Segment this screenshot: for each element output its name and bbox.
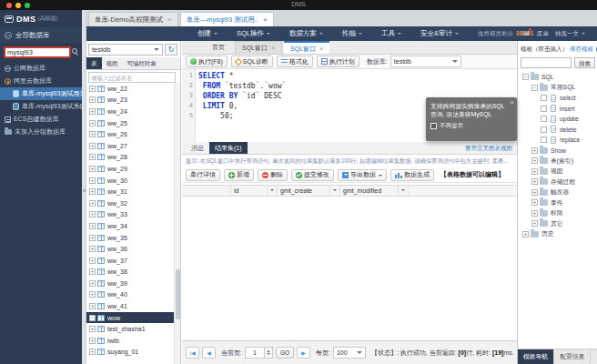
expander-icon[interactable] <box>541 106 547 112</box>
column-filter-button[interactable] <box>330 186 340 196</box>
table-row[interactable]: + ww_32 <box>86 197 174 209</box>
expander-icon[interactable]: + <box>89 268 96 275</box>
next-page-button[interactable]: ▶ <box>297 347 310 359</box>
table-row[interactable]: + ww_40 <box>86 289 174 301</box>
workorder-link[interactable]: 工单 <box>537 30 549 38</box>
expander-icon[interactable]: + <box>89 154 96 160</box>
refresh-button[interactable]: ↻ <box>165 44 177 56</box>
column-filter-button[interactable] <box>268 186 278 196</box>
table-row[interactable]: + ww_33 <box>86 209 174 221</box>
table-row[interactable]: + ww_24 <box>86 106 174 117</box>
result-tab-message[interactable]: 消息 <box>186 142 209 154</box>
row-detail-button[interactable]: 单行详情 <box>186 169 220 181</box>
per-page-select[interactable]: 100 <box>333 347 366 359</box>
template-tree-item[interactable]: + 触发器 <box>521 187 597 198</box>
table-row[interactable]: − wow <box>86 312 174 324</box>
save-template-link[interactable]: 保存模板 <box>570 46 593 54</box>
table-row[interactable]: + ww_31 <box>86 186 174 197</box>
expander-icon[interactable] <box>541 95 547 101</box>
table-row[interactable]: + ww_41 <box>86 300 174 312</box>
expander-icon[interactable]: − <box>522 74 529 80</box>
expander-icon[interactable]: + <box>89 211 96 217</box>
column-header[interactable]: gmt_modified <box>340 186 399 196</box>
instance-tree-item[interactable]: 未加入分组数据库 <box>0 126 82 138</box>
column-filter-button[interactable] <box>399 186 409 196</box>
table-filter-input[interactable] <box>88 72 176 83</box>
expander-icon[interactable]: + <box>89 108 96 115</box>
expander-icon[interactable]: + <box>531 210 538 217</box>
expander-icon[interactable]: + <box>89 338 96 344</box>
instance-tree-item[interactable]: 单库-mysql93测试用系统 <box>0 87 82 100</box>
expander-icon[interactable] <box>541 136 547 143</box>
column-header[interactable]: id <box>231 186 268 196</box>
expander-icon[interactable]: + <box>89 120 96 126</box>
expander-icon[interactable]: + <box>89 223 96 229</box>
expander-icon[interactable]: + <box>531 168 538 175</box>
template-tree-item[interactable]: + 历史 <box>521 229 597 240</box>
menu-item[interactable]: 创建 <box>197 29 218 38</box>
table-row[interactable]: + ww_39 <box>86 278 174 289</box>
close-icon[interactable]: × <box>271 45 275 51</box>
mail-icon[interactable]: ✉ <box>522 29 530 38</box>
table-list-scrollbar[interactable] <box>174 83 180 364</box>
close-icon[interactable]: × <box>319 46 323 52</box>
template-tree-item[interactable]: + 存储过程 <box>521 177 597 187</box>
expander-icon[interactable]: + <box>89 303 96 309</box>
result-grid-body[interactable] <box>182 197 517 339</box>
close-icon[interactable]: × <box>510 98 514 106</box>
user-menu[interactable]: 独孤一文 <box>555 30 585 38</box>
sql-window-tab[interactable]: SQL窗口× <box>284 41 329 54</box>
expander-icon[interactable]: + <box>531 147 538 154</box>
expander-icon[interactable]: + <box>89 96 96 103</box>
search-icon[interactable] <box>72 48 77 54</box>
sidebar-section-all-databases[interactable]: 全部数据库 <box>0 27 82 43</box>
database-select[interactable]: testdb <box>88 44 163 56</box>
menu-item[interactable]: 工具 <box>381 29 401 38</box>
template-tree-item[interactable]: − SQL <box>521 72 597 83</box>
template-tree-item[interactable]: select <box>521 93 597 104</box>
table-row[interactable]: + ww_34 <box>86 220 174 232</box>
table-row[interactable]: + ww_37 <box>86 255 174 267</box>
template-tree-item[interactable]: + 表(索引) <box>521 156 597 167</box>
panel-bottom-tab[interactable]: 配置信息 <box>554 349 591 364</box>
result-tab-resultset[interactable]: 结果集(1) <box>209 142 248 154</box>
expander-icon[interactable] <box>541 126 547 133</box>
page-spinner[interactable] <box>265 347 273 359</box>
delete-row-button[interactable]: 删除 <box>258 169 288 181</box>
expander-icon[interactable]: + <box>89 86 96 92</box>
expander-icon[interactable]: + <box>89 235 96 241</box>
table-row[interactable]: + ww_26 <box>86 128 174 140</box>
instance-tab[interactable]: 单库-Demo高权限测试 × <box>88 12 178 26</box>
object-tab[interactable]: 表 <box>86 57 102 69</box>
template-tree-item[interactable]: + 视图 <box>521 167 597 177</box>
template-tree-item[interactable]: − 常用SQL <box>521 83 597 94</box>
expander-icon[interactable]: + <box>89 177 96 184</box>
table-row[interactable]: + test_zhasha1 <box>86 323 174 335</box>
expander-icon[interactable]: + <box>89 166 96 172</box>
table-row[interactable]: + ww_23 <box>86 95 174 106</box>
template-tree-item[interactable]: update <box>521 114 597 125</box>
run-button[interactable]: 执行(F8) <box>186 56 228 67</box>
column-header[interactable]: gmt_create <box>278 186 330 196</box>
toolbar-database-select[interactable]: testdb <box>390 56 461 67</box>
instance-tree-item[interactable]: 单库-mysql93测试系统 <box>0 100 82 113</box>
table-row[interactable]: + twtb <box>86 335 174 347</box>
template-tree-item[interactable]: + 事件 <box>521 197 597 208</box>
table-row[interactable]: + ww_27 <box>86 140 174 152</box>
sql-window-tab[interactable]: 首页 <box>206 41 235 54</box>
expander-icon[interactable]: − <box>89 315 96 321</box>
instance-tree-item[interactable]: ECS自建数据库 <box>0 113 82 126</box>
template-tree-item[interactable]: + 其它 <box>521 218 597 229</box>
table-row[interactable]: + ww_36 <box>86 243 174 255</box>
sql-window-tab[interactable]: SQL窗口× <box>235 41 282 54</box>
template-tree-item[interactable]: replace <box>521 135 597 146</box>
menu-item[interactable]: 性能 <box>342 29 362 38</box>
expander-icon[interactable]: + <box>89 246 96 252</box>
table-row[interactable]: + suyang_01 <box>86 347 174 359</box>
instance-tab[interactable]: 单库—mysql93 测试用.. × <box>180 12 274 26</box>
sql-code[interactable]: SELECT * FROM `testdb`.`wow` ORDER BY `i… <box>196 69 286 142</box>
expander-icon[interactable]: + <box>531 178 538 185</box>
table-row[interactable]: + ww_35 <box>86 232 174 244</box>
template-tree-item[interactable]: + Show <box>521 146 597 157</box>
template-tree-item[interactable]: + 权限 <box>521 208 597 219</box>
